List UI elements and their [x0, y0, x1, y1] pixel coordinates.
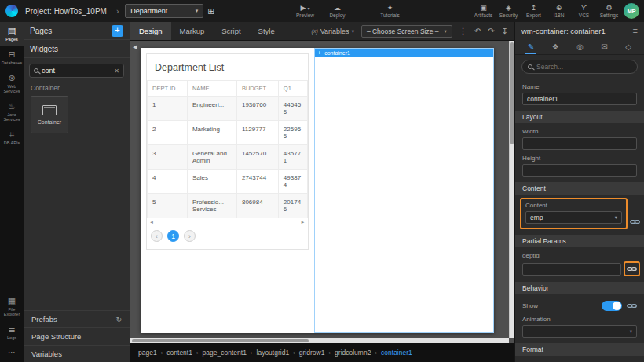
hamburger-menu-icon[interactable]: ≡	[633, 26, 638, 35]
table-row[interactable]: 3 General and Admin 1452570 435771	[148, 145, 308, 170]
container1-widget[interactable]: + container1	[314, 48, 495, 333]
page-structure-section[interactable]: Page Structure	[24, 327, 130, 345]
chevron-right-icon: ›	[196, 349, 199, 357]
table-row[interactable]: 1 Engineeri... 1936760 445455	[148, 97, 308, 121]
variables-section[interactable]: Variables	[24, 345, 130, 362]
content-highlight-box: Content emp ▾	[520, 198, 628, 229]
breadcrumb-item[interactable]: page1	[138, 349, 157, 357]
rail-item-java-services[interactable]: ♨ Java Services	[0, 97, 24, 126]
department-list-widget[interactable]: Department List DEPT ID NAME BUDGET Q1	[146, 53, 309, 250]
undo-icon[interactable]: ↶	[474, 27, 481, 35]
tab-inspect[interactable]: ◎	[574, 39, 586, 54]
widgets-section-header[interactable]: Widgets	[24, 40, 130, 58]
clear-search-icon[interactable]: ✕	[114, 68, 119, 75]
deploy-button[interactable]: ☁ Deploy	[327, 4, 347, 18]
project-label: Project: HowTos_10PM	[25, 7, 107, 16]
scrollbar-thumb[interactable]	[510, 42, 514, 144]
rail-item-pages[interactable]: ▤ Pages	[0, 22, 24, 46]
tab-styles[interactable]: ❖	[550, 39, 562, 54]
tab-events[interactable]: ✉	[598, 39, 609, 54]
explorer-panel: Pages + Widgets ✕ Container Container Pr…	[24, 22, 130, 362]
section-behavior: Behavior	[515, 282, 644, 294]
variables-menu[interactable]: (x) Variables ▾	[312, 27, 354, 35]
breadcrumb-item-active[interactable]: container1	[381, 349, 412, 357]
tab-design[interactable]: Design	[130, 22, 171, 40]
rail-item-file-explorer[interactable]: ▦ File Explorer	[0, 292, 24, 320]
page-next-button[interactable]: ›	[184, 230, 196, 242]
prefabs-section[interactable]: Prefabs ↻	[24, 310, 130, 327]
deptid-input[interactable]	[522, 263, 621, 276]
show-toggle[interactable]	[602, 301, 622, 311]
animation-select[interactable]: ▾	[522, 325, 637, 338]
refresh-icon[interactable]: ↻	[115, 316, 122, 324]
drag-handle-icon[interactable]: +	[318, 50, 322, 57]
breadcrumb-item[interactable]: content1	[166, 349, 192, 357]
security-button[interactable]: ◈ Security	[499, 4, 518, 18]
kebab-menu-icon[interactable]: ⋮	[459, 27, 467, 35]
app-logo-icon[interactable]	[5, 5, 18, 17]
properties-search-input[interactable]	[536, 63, 631, 71]
height-input[interactable]	[522, 164, 637, 177]
add-page-button[interactable]: +	[112, 25, 123, 37]
container1-selection-header[interactable]: + container1	[315, 49, 494, 57]
page-selector-dropdown[interactable]: Department ▾	[125, 4, 203, 18]
breadcrumb-item[interactable]: gridrow1	[299, 349, 325, 357]
container-widget-tile[interactable]: Container	[31, 96, 68, 133]
chevron-right-icon: ›	[161, 349, 163, 357]
apps-grid-icon[interactable]: ⊞	[207, 6, 214, 16]
page-prev-button[interactable]: ‹	[151, 230, 163, 242]
tab-style[interactable]: Style	[250, 22, 284, 40]
caret-down-icon: ▾	[307, 5, 309, 11]
tab-markup[interactable]: Markup	[171, 22, 214, 40]
chevron-right-icon: ›	[328, 349, 331, 357]
breadcrumb-item[interactable]: gridcolumn2	[335, 349, 371, 357]
i18n-icon: ⊕	[556, 4, 562, 12]
name-input[interactable]	[522, 93, 637, 105]
gear-icon: ⚙	[606, 4, 612, 12]
table-row[interactable]: 4 Sales 2743744 493874	[148, 170, 308, 194]
tab-properties[interactable]: ✎	[525, 39, 536, 54]
scrollbar-thumb[interactable]	[132, 339, 309, 342]
content-select[interactable]: emp ▾	[525, 211, 622, 224]
widget-search-input[interactable]	[42, 67, 111, 75]
preview-button[interactable]: ▶ ▾ Preview	[295, 4, 315, 18]
save-icon[interactable]: ↧	[502, 27, 508, 35]
rail-item-db-apis[interactable]: ⌗ DB APIs	[0, 126, 24, 149]
artifacts-button[interactable]: ▣ Artifacts	[474, 4, 493, 18]
bind-link-icon[interactable]	[630, 217, 640, 227]
width-input[interactable]	[522, 137, 637, 150]
list-title: Department List	[147, 54, 308, 80]
i18n-button[interactable]: ⊕ I18N	[549, 4, 569, 18]
user-avatar[interactable]: MP	[624, 3, 639, 19]
tab-script[interactable]: Script	[213, 22, 249, 40]
scroll-right-icon[interactable]: ►	[301, 220, 306, 225]
canvas-vertical-scrollbar[interactable]	[509, 41, 514, 338]
tab-outline[interactable]: ◇	[623, 39, 634, 54]
redo-icon[interactable]: ↷	[488, 27, 494, 35]
export-button[interactable]: ↥ Export	[524, 4, 543, 18]
page-current-button[interactable]: 1	[167, 230, 179, 242]
security-icon: ◈	[506, 4, 511, 12]
tutorials-button[interactable]: ✦ Tutorials	[380, 4, 400, 18]
table-header-row: DEPT ID NAME BUDGET Q1	[148, 81, 308, 97]
name-label: Name	[522, 83, 637, 90]
canvas-horizontal-scrollbar[interactable]	[130, 338, 509, 343]
rail-item-logs[interactable]: ≣ Logs	[0, 320, 24, 344]
breadcrumb-item[interactable]: page_content1	[203, 349, 247, 357]
bind-link-icon[interactable]	[627, 301, 637, 311]
breadcrumb-item[interactable]: layoutgrid1	[257, 349, 290, 357]
design-canvas: ◀ Department List DEPT ID NAME BUDGET Q1	[130, 41, 514, 343]
settings-button[interactable]: ⚙ Settings	[599, 4, 619, 18]
rail-item-databases[interactable]: ⊟ Databases	[0, 46, 24, 69]
rail-item-web-services[interactable]: ⊛ Web Services	[0, 69, 24, 97]
more-menu-icon[interactable]: ⋯	[0, 344, 24, 362]
collapse-panel-icon[interactable]: ◀	[133, 44, 137, 50]
section-format: Format	[515, 343, 644, 356]
table-row[interactable]: 2 Marketing 1129777 225955	[148, 121, 308, 145]
deptid-field-row	[522, 261, 640, 276]
table-row[interactable]: 5 Professio... Services 806984 201746	[148, 194, 308, 218]
scroll-left-icon[interactable]: ◄	[149, 220, 154, 225]
vcs-button[interactable]: ϒ VCS	[574, 4, 594, 18]
screen-size-dropdown[interactable]: – Choose Screen Size – ▾	[361, 25, 452, 38]
bind-link-icon[interactable]	[627, 264, 637, 274]
